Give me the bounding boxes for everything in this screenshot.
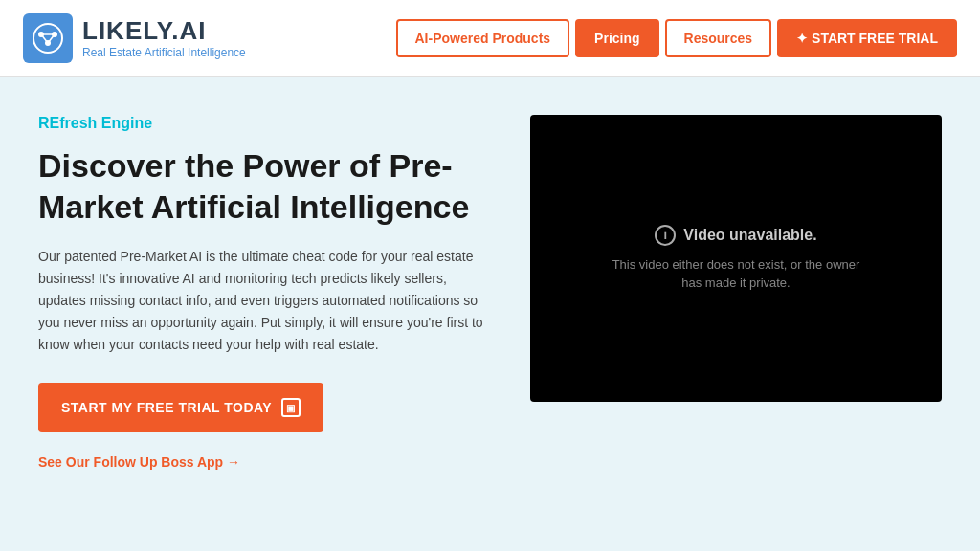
cta-button[interactable]: START MY FREE TRIAL TODAY ▣ [38, 383, 323, 432]
resources-button[interactable]: Resources [665, 19, 772, 57]
video-info-icon: i [655, 225, 676, 246]
start-trial-nav-button[interactable]: ✦ START FREE TRIAL [777, 19, 957, 57]
logo-icon [23, 13, 73, 63]
refresh-label: REfresh Engine [38, 115, 492, 132]
cta-label: START MY FREE TRIAL TODAY [61, 400, 272, 415]
pricing-button[interactable]: Pricing [575, 19, 658, 57]
logo-tagline: Real Estate Artificial Intelligence [82, 46, 246, 59]
svg-line-6 [48, 34, 55, 43]
right-column: i Video unavailable. This video either d… [530, 115, 942, 402]
video-unavailable-desc: This video either does not exist, or the… [602, 255, 870, 293]
left-column: REfresh Engine Discover the Power of Pre… [38, 115, 492, 471]
follow-up-boss-link[interactable]: See Our Follow Up Boss App → [38, 454, 240, 470]
hero-title: Discover the Power of Pre-Market Artific… [38, 145, 492, 227]
video-container: i Video unavailable. This video either d… [530, 115, 942, 402]
svg-point-0 [33, 24, 62, 53]
hero-description: Our patented Pre-Market AI is the ultima… [38, 246, 492, 356]
main-nav: AI-Powered Products Pricing Resources ✦ … [396, 19, 958, 57]
svg-line-5 [41, 34, 48, 43]
main-content: REfresh Engine Discover the Power of Pre… [0, 77, 980, 509]
video-unavailable-row: i Video unavailable. [655, 225, 816, 246]
logo-text-area: LIKELY.AI Real Estate Artificial Intelli… [82, 16, 246, 59]
logo-area: LIKELY.AI Real Estate Artificial Intelli… [23, 13, 246, 63]
video-unavailable-title: Video unavailable. [683, 227, 816, 244]
cta-button-icon: ▣ [281, 398, 301, 417]
logo-name: LIKELY.AI [82, 16, 246, 46]
site-header: LIKELY.AI Real Estate Artificial Intelli… [0, 0, 980, 77]
ai-products-button[interactable]: AI-Powered Products [396, 19, 570, 57]
